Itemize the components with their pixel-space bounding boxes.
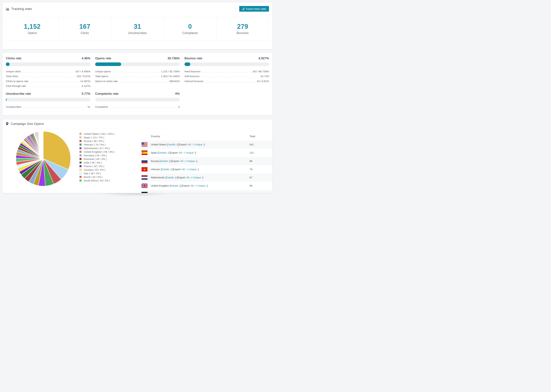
rate-value: 0% [175, 92, 180, 96]
legend-label: Italy ( 36 / 2% ) [84, 172, 101, 175]
geo-table-row-russia: Russia [Details ›] [Export: All › / Uniq… [141, 157, 273, 165]
country-cell: Spain [Details ›] [Export: All › / Uniqu… [151, 149, 196, 157]
details-link[interactable]: Details › [170, 184, 180, 187]
export-basic-stats-button[interactable]: Export basic stats [239, 6, 269, 12]
svg-text:★: ★ [143, 168, 146, 171]
geo-section-title: Campaign Geo Opens [11, 122, 44, 126]
rate-row: Click through rate 4.147% [6, 83, 90, 88]
geo-pie-chart [15, 130, 72, 187]
geo-table-row-united-states: United States [Details ›] [Export: All ›… [141, 140, 273, 149]
legend-swatch [79, 165, 82, 168]
export-unique-link[interactable]: Unique › [190, 193, 199, 193]
legend-label: Germany ( 55 / 3% ) [84, 154, 107, 157]
geo-opens-header: Campaign Geo Opens [2, 119, 272, 128]
rate-block-bounce-rate: Bounce rate 6.927% Hard bounces 242 / 86… [184, 57, 269, 88]
export-all-link[interactable]: All › [182, 168, 186, 171]
legend-label: United Kingdom ( 59 / 3% ) [84, 150, 114, 153]
dotted-leader [28, 87, 80, 87]
rate-title: Unsubscribe rate [6, 92, 31, 96]
stat-label: Unsubscribes [128, 31, 147, 35]
geo-table-header: Country Total [141, 133, 273, 140]
legend-item-netherlands: Netherlands ( 67 / 4% ) [79, 147, 114, 150]
export-all-link[interactable]: All › [179, 151, 184, 154]
stat-box-opens: 1,152 Opens [6, 17, 58, 41]
rate-progress-fill [6, 98, 7, 101]
page-bottom-shadow [85, 193, 183, 196]
rate-row: Total opens 2,303 / 61.446% [95, 73, 180, 78]
legend-item-spain: Spain ( 121 / 7% ) [79, 136, 114, 139]
dotted-leader [30, 82, 78, 82]
rate-title: Clicks rate [6, 57, 21, 60]
export-all-link[interactable]: All › [188, 143, 192, 146]
stat-box-complaints: 0 Complaints [164, 17, 216, 41]
legend-label: Netherlands ( 67 / 4% ) [84, 147, 110, 150]
column-header-country: Country [151, 135, 160, 138]
flag-vn-icon: ★ [141, 167, 148, 172]
stat-value: 31 [134, 23, 141, 30]
rate-value: 30.736% [168, 57, 180, 60]
export-unique-link[interactable]: Unique › [185, 151, 195, 154]
stat-label: Bounces [237, 31, 249, 35]
rate-progress-fill [184, 63, 190, 66]
tracking-stats-header: Tracking stats Export basic stats [2, 2, 272, 14]
legend-label: United States ( 541 / 31% ) [84, 132, 114, 135]
rate-title: Opens rate [95, 57, 111, 60]
legend-label: France ( 42 / 2% ) [84, 165, 104, 168]
stat-box-bounces: 279 Bounces [216, 17, 269, 41]
legend-item-brazil: Brazil ( 33 / 2% ) [79, 175, 114, 179]
rate-progress-bar [6, 98, 90, 101]
bar-chart-icon [6, 7, 9, 11]
rate-row: Soft bounces 18 / 0% [184, 73, 269, 78]
rate-value: 0.77% [82, 92, 90, 96]
legend-label: Russia ( 86 / 5% ) [84, 140, 104, 142]
rate-progress-fill [6, 63, 10, 66]
rate-block-unsubscribe-rate: Unsubscribe rate 0.77% Unsubscribes 31 [6, 92, 90, 109]
campaign-overview-page: Tracking stats Export basic stats 1,152 … [0, 0, 276, 196]
export-unique-link[interactable]: Unique › [193, 176, 203, 179]
details-link[interactable]: Details › [159, 151, 168, 154]
export-unique-link[interactable]: Unique › [187, 160, 197, 162]
geo-table: Country Total United States [Details ›] … [141, 133, 273, 193]
geo-pie-legend: United States ( 541 / 31% ) Spain ( 121 … [79, 132, 114, 182]
export-unique-link[interactable]: Unique › [194, 143, 204, 146]
dotted-leader [110, 77, 159, 77]
dotted-leader [23, 72, 73, 72]
rate-progress-bar [6, 63, 90, 66]
legend-label: South Africa ( 29 / 2% ) [84, 179, 110, 182]
details-link[interactable]: Details › [166, 176, 175, 179]
export-unique-link[interactable]: Unique › [197, 184, 207, 187]
export-icon [242, 7, 245, 10]
legend-swatch [79, 161, 82, 164]
export-all-link[interactable]: All › [186, 176, 191, 179]
country-cell: Russia [Details ›] [Export: All › / Uniq… [151, 157, 197, 165]
export-all-link[interactable]: All › [191, 184, 195, 187]
rate-row: Internal bounces 19 / 6.81% [184, 78, 269, 83]
geo-table-row-netherlands: Netherlands [Details ›] [Export: All › /… [141, 173, 273, 182]
legend-swatch [79, 176, 82, 178]
export-all-link[interactable]: All › [183, 193, 187, 193]
flag-ru-icon [141, 159, 148, 163]
dotted-leader [120, 82, 168, 82]
export-unique-link[interactable]: Unique › [188, 168, 198, 171]
legend-label: Canada ( 40 / 2% ) [84, 168, 105, 171]
details-link[interactable]: Details › [162, 168, 171, 171]
country-cell: United States [Details ›] [Export: All ›… [151, 140, 205, 149]
export-all-link[interactable]: All › [180, 160, 185, 162]
total-cell: 541 [249, 140, 254, 149]
country-cell: United Kingdom [Details ›] [Export: All … [151, 182, 208, 190]
rate-row: Unique opens 1,152 / 30.736% [95, 68, 180, 73]
rate-progress-bar [95, 63, 180, 66]
legend-item-russia: Russia ( 86 / 5% ) [79, 139, 114, 143]
rate-block-clicks-rate: Clicks rate 4.46% Unique clicks 167 / 4.… [6, 57, 90, 88]
dotted-leader [113, 72, 159, 72]
legend-swatch [79, 172, 82, 175]
geo-table-row-germany: Germany [Details ›] [Export: All › / Uni… [141, 190, 273, 193]
flag-de-icon [141, 192, 148, 193]
legend-item-romania: Romania ( 49 / 3% ) [79, 157, 114, 161]
rate-row: Hard bounces 242 / 86.738% [184, 68, 269, 73]
details-link[interactable]: Details › [160, 160, 170, 162]
total-cell: 67 [249, 173, 252, 182]
details-link[interactable]: Details › [168, 143, 177, 146]
rate-progress-fill [95, 63, 121, 66]
total-cell: 79 [249, 165, 252, 173]
